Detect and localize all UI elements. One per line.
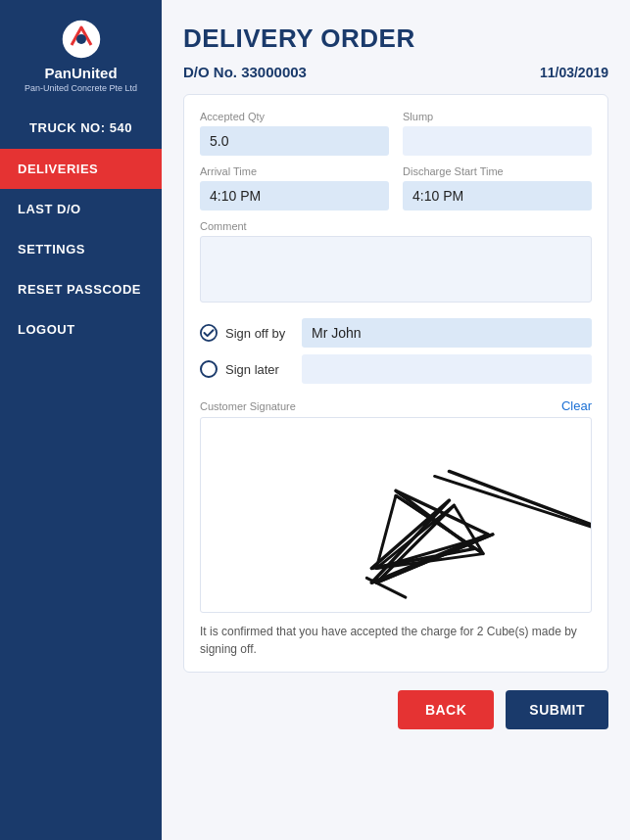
row-times: Arrival Time Discharge Start Time: [200, 165, 592, 210]
signoff-radio-checked[interactable]: [200, 324, 218, 342]
signoff-by-row: Sign off by: [200, 318, 592, 348]
signoff-by-input[interactable]: [302, 318, 592, 348]
logo-sub: Pan-United Concrete Pte Ltd: [24, 83, 137, 93]
logo-area: PanUnited Pan-United Concrete Pte Ltd: [0, 0, 162, 107]
clear-button[interactable]: Clear: [561, 398, 592, 413]
svg-point-1: [76, 34, 86, 44]
sign-later-label: Sign later: [225, 362, 294, 377]
signature-header: Customer Signature Clear: [200, 398, 592, 413]
discharge-start-input[interactable]: [403, 181, 592, 210]
truck-number: 540: [110, 120, 132, 135]
row-qty-slump: Accepted Qty Slump: [200, 111, 592, 156]
sign-later-radio[interactable]: [200, 360, 218, 378]
signoff-by-label: Sign off by: [225, 326, 294, 341]
logo-text: PanUnited: [44, 65, 117, 82]
sidebar-item-deliveries[interactable]: DELIVERIES: [0, 149, 162, 189]
svg-point-2: [201, 325, 217, 341]
signature-canvas[interactable]: [200, 417, 592, 613]
customer-signature-label: Customer Signature: [200, 400, 296, 412]
sidebar-item-last-do[interactable]: LAST D/O: [0, 189, 162, 229]
submit-button[interactable]: SUBMIT: [506, 690, 608, 729]
sidebar: PanUnited Pan-United Concrete Pte Ltd TR…: [0, 0, 162, 840]
arrival-time-label: Arrival Time: [200, 165, 389, 177]
do-header: D/O No. 33000003 11/03/2019: [183, 64, 608, 80]
field-discharge-start: Discharge Start Time: [403, 165, 592, 210]
sign-later-input[interactable]: [302, 354, 592, 384]
accepted-qty-label: Accepted Qty: [200, 111, 389, 122]
comment-section: Comment: [200, 220, 592, 318]
field-arrival-time: Arrival Time: [200, 165, 389, 210]
sign-later-row: Sign later: [200, 354, 592, 384]
accepted-qty-input[interactable]: [200, 126, 389, 156]
slump-input[interactable]: [403, 126, 592, 156]
truck-info: TRUCK NO: 540: [0, 107, 162, 145]
back-button[interactable]: BACK: [398, 690, 494, 729]
pan-united-logo: [60, 18, 103, 61]
comment-label: Comment: [200, 220, 592, 232]
form-card: Accepted Qty Slump Arrival Time Discharg…: [183, 94, 608, 673]
sidebar-nav: DELIVERIES LAST D/O SETTINGS RESET PASSC…: [0, 149, 162, 350]
field-accepted-qty: Accepted Qty: [200, 111, 389, 156]
sidebar-item-settings[interactable]: SETTINGS: [0, 229, 162, 269]
discharge-start-label: Discharge Start Time: [403, 165, 592, 177]
do-date: 11/03/2019: [540, 65, 608, 80]
arrival-time-input[interactable]: [200, 181, 389, 210]
bottom-bar: BACK SUBMIT: [183, 690, 608, 729]
sidebar-item-reset-passcode[interactable]: RESET PASSCODE: [0, 269, 162, 309]
slump-label: Slump: [403, 111, 592, 122]
main-content: DELIVERY ORDER D/O No. 33000003 11/03/20…: [162, 0, 630, 840]
comment-input[interactable]: [200, 236, 592, 303]
signature-drawing: [201, 418, 591, 612]
truck-label: TRUCK NO:: [29, 120, 105, 135]
sidebar-item-logout[interactable]: LOGOUT: [0, 309, 162, 350]
page-title: DELIVERY ORDER: [183, 23, 608, 54]
do-number: D/O No. 33000003: [183, 64, 307, 80]
field-slump: Slump: [403, 111, 592, 156]
confirm-text: It is confirmed that you have accepted t…: [200, 623, 592, 658]
